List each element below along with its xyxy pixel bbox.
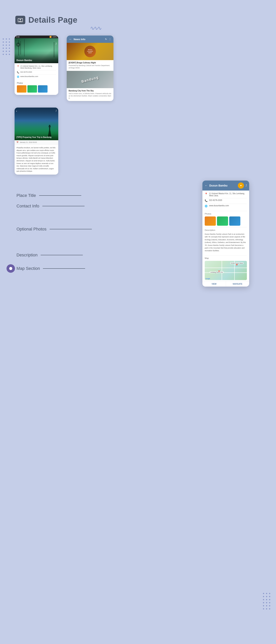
detail-photo-2[interactable] xyxy=(217,216,228,226)
detail-info-section: 📍 Jl. Kolonel Masturi Km. 11, Situ Lemba… xyxy=(202,190,249,211)
time-display: 9:00 xyxy=(16,36,19,38)
detail-place-name: Dusun Bambu xyxy=(209,184,228,187)
map-background: 📍 Orchid Forest Cikole 📍 Lembang Park & … xyxy=(205,261,247,280)
circle-marker-inner xyxy=(9,267,12,270)
calendar-icon: 📅 xyxy=(16,141,19,143)
map-actions: VIEW NAVIGATE xyxy=(202,281,249,286)
news-header-icons: ↻ ⋮ xyxy=(105,38,111,40)
map-pin-1-label: Orchid Forest Cikole xyxy=(230,262,244,264)
news-item-2-body: Bandung City from The Sky Sed a ornare n… xyxy=(67,88,114,101)
page-header: Details Page xyxy=(15,15,77,24)
page-title: Details Page xyxy=(28,15,77,24)
map-pin-2-label: Lembang Park & Zoo xyxy=(210,272,224,273)
news-event-desc: Presented by Bandung Cultural and Touris… xyxy=(69,64,112,69)
article-date: January 21, 2018 09:00 xyxy=(20,141,37,143)
circle-marker xyxy=(6,264,15,273)
refresh-icon[interactable]: ↻ xyxy=(105,38,107,40)
news-article-desc: Sed a ornare nunc, in lobortis lorem. Pr… xyxy=(69,92,112,100)
annotation-description: Description xyxy=(16,252,83,258)
detail-address: Jl. Kolonel Masturi Km. 11, Situ Lembang… xyxy=(209,192,247,197)
article-meta: 📅 January 21, 2018 09:00 xyxy=(14,140,58,145)
google-logo: Google xyxy=(205,278,210,279)
detail-website-row: 🌐 www.dusunbambu.com xyxy=(205,204,247,208)
detail-photo-1[interactable] xyxy=(205,216,216,226)
photo-thumb-3[interactable] xyxy=(38,85,47,92)
globe-icon: 🌐 xyxy=(17,76,19,78)
navigate-button[interactable]: NAVIGATE xyxy=(226,282,249,286)
detail-photos-label: Photos xyxy=(205,212,247,215)
status-bar: 9:00 📶 100% xyxy=(14,36,58,38)
annotation-contact-info: Contact Info xyxy=(16,204,85,208)
back-arrow-icon[interactable]: ← xyxy=(69,38,72,41)
share-button[interactable]: ⤴ xyxy=(56,42,57,45)
detail-globe-icon: 🌐 xyxy=(205,205,208,208)
wavy-decoration: ∿∿∿ xyxy=(90,25,101,31)
detail-address-row: 📍 Jl. Kolonel Masturi Km. 11, Situ Lemba… xyxy=(205,192,247,197)
detail-back-button[interactable]: ← xyxy=(205,184,208,187)
detail-header: ← Dusun Bambu ♥ ⤴ xyxy=(202,180,249,190)
detail-phone: 022-8278-2020 xyxy=(209,199,222,201)
card-news: ← News Info ↻ ⋮ BRAGACULINARYNIGHT [EVEN… xyxy=(67,36,114,101)
news-img-2: Bandung xyxy=(67,71,114,88)
news-article-title: Bandung City from The Sky xyxy=(69,90,112,92)
detail-photos-section: Photos xyxy=(202,211,249,227)
annotation-line-contact-info xyxy=(42,206,85,206)
detail-location-icon: 📍 xyxy=(205,193,208,195)
detail-description-text: Dusun Bambu Family Leisure Park is an ec… xyxy=(205,233,247,252)
map-pin-1: 📍 xyxy=(235,264,238,267)
news-item-1[interactable]: BRAGACULINARYNIGHT [EVENT] Braga Culinar… xyxy=(67,43,114,71)
upload-icon xyxy=(15,16,25,24)
annotation-line-optional-photos xyxy=(50,229,92,229)
photos-label: Photos xyxy=(17,82,56,84)
dot-grid-left xyxy=(3,38,10,55)
detail-description-label: Description xyxy=(205,229,247,231)
location-icon: 📍 xyxy=(17,65,19,68)
detail-photo-3[interactable] xyxy=(229,216,240,226)
card-detail-big: ← Dusun Bambu ♥ ⤴ 📍 Jl. Kolonel Masturi … xyxy=(202,180,249,286)
article-hero-image: ‹ ⤴ [TIPS] Preparing Your Trip to Bandun… xyxy=(14,108,58,140)
annotation-map-section: Map Section xyxy=(16,266,85,271)
article-share-button[interactable]: ⤴ xyxy=(56,110,57,112)
phone-row: 📞 022-8278-2020 xyxy=(17,71,56,73)
culinary-badge: BRAGACULINARYNIGHT xyxy=(84,46,96,57)
card-article: ‹ ⤴ [TIPS] Preparing Your Trip to Bandun… xyxy=(14,108,58,174)
news-item-1-body: [EVENT] Braga Culinary Night Presented b… xyxy=(67,60,114,71)
news-item-2[interactable]: Bandung Bandung City from The Sky Sed a … xyxy=(67,71,114,101)
news-header-title: News Info xyxy=(74,38,104,41)
battery-display: 100% xyxy=(52,36,57,38)
detail-map-label: Map xyxy=(205,257,247,259)
map-road-v1 xyxy=(222,261,222,280)
news-img-1: BRAGACULINARYNIGHT xyxy=(67,43,114,60)
annotation-line-place-title xyxy=(39,195,81,196)
detail-share-button[interactable]: ⤴ xyxy=(246,184,247,187)
article-header: ‹ ⤴ [TIPS] Preparing Your Trip to Bandun… xyxy=(14,108,58,140)
detail-map-section: Map 📍 Orchid Forest Cikole 📍 Lembang Par… xyxy=(202,256,249,280)
bandung-text: Bandung xyxy=(81,75,99,84)
article-back-button[interactable]: ‹ xyxy=(16,110,17,112)
back-button[interactable]: ‹ xyxy=(16,42,20,47)
more-icon[interactable]: ⋮ xyxy=(109,38,111,40)
favorite-button[interactable]: ♥ xyxy=(238,182,244,188)
phone-icon: 📞 xyxy=(17,71,19,73)
photos-row xyxy=(17,85,56,92)
annotation-place-title: Place Title xyxy=(16,193,81,198)
website-row: 🌐 www.dusunbambu.com xyxy=(17,76,56,78)
card-place-small: 9:00 📶 100% ‹ ⤴ Dusun Bambu 📍 Jl. Kolone… xyxy=(14,36,58,95)
map-road-h1 xyxy=(205,268,247,268)
detail-map-placeholder[interactable]: 📍 Orchid Forest Cikole 📍 Lembang Park & … xyxy=(205,261,247,280)
detail-website: www.dusunbambu.com xyxy=(209,204,229,207)
place-title: Dusun Bambu xyxy=(16,59,32,62)
article-overlay-title: [TIPS] Preparing Your Trip to Bandung xyxy=(16,136,56,138)
article-body: Phasellus tincidunt, est laoreet mollis … xyxy=(14,145,58,174)
info-section: 📍 Jl. Kolonel Masturi Km. 11, Situ Lemba… xyxy=(14,63,58,81)
address-row: 📍 Jl. Kolonel Masturi Km. 11, Situ Lemba… xyxy=(17,65,56,69)
photo-thumb-1[interactable] xyxy=(17,85,26,92)
news-header: ← News Info ↻ ⋮ xyxy=(67,36,114,43)
view-button[interactable]: VIEW xyxy=(202,282,226,286)
photo-thumb-2[interactable] xyxy=(27,85,37,92)
photos-section: Photos xyxy=(14,81,58,95)
detail-photos-row xyxy=(205,216,247,226)
annotation-line-map-section xyxy=(43,268,85,269)
annotation-optional-photos: Optional Photos xyxy=(16,227,92,232)
hero-image: ‹ ⤴ Dusun Bambu xyxy=(14,38,58,63)
